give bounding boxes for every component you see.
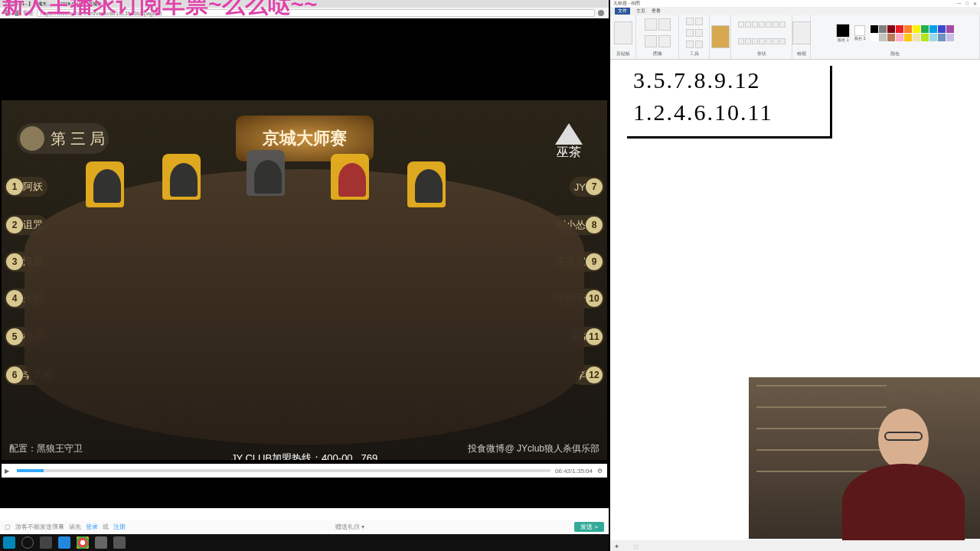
color-swatch[interactable] bbox=[913, 34, 920, 41]
play-button[interactable]: ▶ bbox=[2, 468, 12, 474]
menu-icon[interactable] bbox=[598, 10, 604, 16]
ribbon-image: 图像 bbox=[636, 15, 679, 59]
shape[interactable] bbox=[752, 38, 758, 44]
paint-titlebar: 无标题 - 画图 — □ ✕ bbox=[610, 0, 980, 7]
color-swatch[interactable] bbox=[896, 34, 903, 41]
shape[interactable] bbox=[773, 21, 779, 28]
shape[interactable] bbox=[759, 38, 765, 44]
fill-tool[interactable] bbox=[695, 18, 703, 25]
paint-canvas[interactable]: 3.5.7.8.9.12 1.2.4.6.10.11 bbox=[610, 60, 980, 389]
danmaku-toggle[interactable]: ▢ bbox=[5, 523, 11, 530]
player-num: 10 bbox=[586, 290, 603, 307]
settings-icon[interactable]: ⚙ bbox=[593, 468, 607, 474]
ribbon: 剪贴板 图像 工具 形状 bbox=[610, 15, 980, 60]
color-swatch[interactable] bbox=[879, 34, 887, 41]
shape[interactable] bbox=[745, 38, 751, 44]
paint-tabs: 文件 主页 查看 bbox=[610, 7, 980, 15]
shape[interactable] bbox=[773, 38, 779, 44]
shape[interactable] bbox=[779, 21, 786, 28]
progress-bar[interactable] bbox=[17, 469, 550, 472]
picker-tool[interactable] bbox=[686, 41, 694, 48]
zoom-tool[interactable] bbox=[695, 41, 703, 48]
webcam-overlay bbox=[749, 377, 980, 539]
color-swatch[interactable] bbox=[938, 34, 946, 41]
color1-swatch[interactable] bbox=[836, 24, 850, 37]
color-swatch[interactable] bbox=[896, 25, 903, 33]
close-icon[interactable]: ✕ bbox=[973, 1, 977, 6]
color-swatch[interactable] bbox=[913, 25, 920, 33]
color-swatch[interactable] bbox=[929, 25, 937, 33]
group-label: 剪贴板 bbox=[616, 51, 630, 57]
paste-button[interactable] bbox=[614, 21, 632, 44]
color-swatch[interactable] bbox=[946, 25, 954, 33]
edge-icon[interactable] bbox=[58, 536, 70, 549]
shape[interactable] bbox=[745, 21, 751, 28]
status-size: ⬚ bbox=[634, 543, 639, 549]
color-swatch[interactable] bbox=[904, 34, 912, 41]
video-player[interactable]: 第 三 局 京城大师赛 巫茶 1阿妖 2诅咒 3流星 4火鸡 5桃子 6李太祖 … bbox=[0, 18, 609, 508]
ribbon-size: 粗细 bbox=[792, 15, 811, 59]
shape[interactable] bbox=[779, 38, 786, 44]
app-icon[interactable] bbox=[113, 536, 126, 549]
cortana-icon[interactable] bbox=[21, 536, 34, 549]
time-current: 06:42 bbox=[555, 468, 570, 474]
chrome-icon[interactable] bbox=[77, 536, 89, 549]
task-view-icon[interactable] bbox=[40, 536, 52, 549]
size-button[interactable] bbox=[792, 21, 811, 44]
table-scene bbox=[24, 169, 584, 445]
stream-overlay-title: 新人主播求订阅车票~么么哒~~ bbox=[2, 0, 318, 21]
select-button[interactable] bbox=[645, 18, 657, 31]
color-swatch[interactable] bbox=[904, 25, 912, 33]
eraser-tool[interactable] bbox=[695, 29, 703, 37]
color-swatch[interactable] bbox=[921, 34, 929, 41]
shape[interactable] bbox=[752, 21, 758, 28]
player-num: 3 bbox=[6, 253, 23, 270]
config-text: 配置：黑狼王守卫 bbox=[9, 442, 83, 455]
pencil-tool[interactable] bbox=[686, 18, 694, 25]
shape[interactable] bbox=[766, 38, 772, 44]
color-swatch[interactable] bbox=[946, 34, 954, 41]
group-label: 形状 bbox=[757, 51, 766, 57]
color2-label: 颜色 2 bbox=[854, 36, 865, 41]
tab-file[interactable]: 文件 bbox=[615, 8, 630, 15]
ribbon-brush bbox=[710, 15, 731, 59]
gift-dropdown[interactable]: 赠送礼仪 ▾ bbox=[335, 523, 364, 531]
minimize-icon[interactable]: — bbox=[956, 1, 961, 6]
ribbon-tools: 工具 bbox=[679, 15, 710, 59]
send-button[interactable]: 发送 > bbox=[574, 522, 604, 532]
color-swatch[interactable] bbox=[887, 25, 895, 33]
status-pos: ✚ bbox=[615, 543, 619, 549]
player-num: 7 bbox=[586, 178, 603, 195]
brush-button[interactable] bbox=[711, 25, 730, 48]
color-swatch[interactable] bbox=[929, 34, 937, 41]
player-num: 5 bbox=[6, 328, 23, 345]
start-button[interactable] bbox=[3, 536, 15, 549]
browser-window: 【2018-01-..】京城大... 【2018-01-09】京城大... 安全… bbox=[0, 0, 609, 551]
video-controls: ▶ 06:42 / 1:35:04 ⚙ bbox=[2, 464, 607, 478]
color-swatch[interactable] bbox=[879, 25, 887, 33]
player-num: 8 bbox=[586, 217, 603, 233]
login-link[interactable]: 登录 bbox=[86, 523, 98, 531]
player-name: JY bbox=[574, 181, 586, 193]
color-swatch[interactable] bbox=[871, 34, 878, 41]
tab-home[interactable]: 主页 bbox=[636, 8, 645, 15]
ribbon-shapes: 形状 bbox=[731, 15, 792, 59]
color2-swatch[interactable] bbox=[854, 25, 865, 36]
shape[interactable] bbox=[766, 21, 772, 28]
text-tool[interactable] bbox=[686, 29, 694, 37]
color-swatch[interactable] bbox=[871, 25, 878, 33]
tab-view[interactable]: 查看 bbox=[652, 8, 661, 15]
color-swatch[interactable] bbox=[921, 25, 929, 33]
register-link[interactable]: 注册 bbox=[113, 523, 126, 531]
crop-button[interactable] bbox=[658, 18, 671, 31]
color-swatch[interactable] bbox=[887, 34, 895, 41]
maximize-icon[interactable]: □ bbox=[965, 1, 969, 6]
shape[interactable] bbox=[738, 21, 744, 28]
shape[interactable] bbox=[738, 38, 744, 44]
shape[interactable] bbox=[759, 21, 765, 28]
resize-button[interactable] bbox=[645, 35, 657, 47]
color-swatch[interactable] bbox=[938, 25, 946, 33]
obs-icon[interactable] bbox=[95, 536, 107, 549]
player-num: 11 bbox=[586, 328, 603, 345]
rotate-button[interactable] bbox=[658, 35, 671, 47]
